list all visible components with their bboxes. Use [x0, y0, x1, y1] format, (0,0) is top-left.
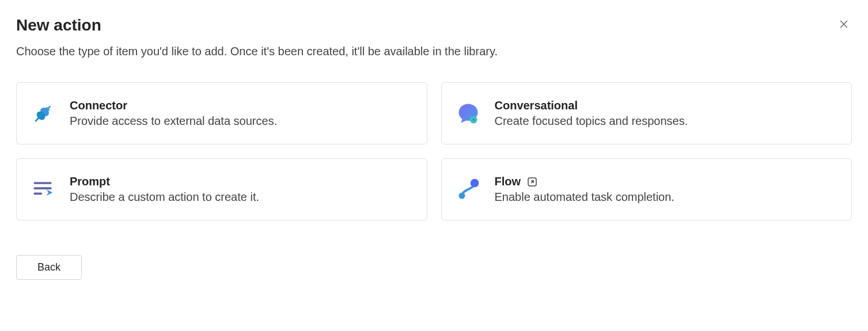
card-prompt-title: Prompt [70, 175, 259, 188]
card-prompt-desc: Describe a custom action to create it. [70, 191, 259, 204]
card-flow-title: Flow [495, 175, 521, 188]
page-subtitle: Choose the type of item you'd like to ad… [16, 45, 852, 58]
card-connector[interactable]: Connector Provide access to external dat… [16, 82, 427, 144]
card-prompt[interactable]: Prompt Describe a custom action to creat… [16, 158, 427, 220]
action-type-grid: Connector Provide access to external dat… [16, 82, 852, 220]
svg-point-12 [458, 193, 465, 199]
card-connector-desc: Provide access to external data sources. [70, 115, 277, 128]
svg-point-7 [472, 119, 475, 121]
card-conversational-desc: Create focused topics and responses. [495, 115, 688, 128]
card-conversational[interactable]: Conversational Create focused topics and… [441, 82, 852, 144]
conversational-icon [456, 101, 481, 126]
card-flow-desc: Enable automated task completion. [495, 191, 674, 204]
svg-rect-10 [34, 193, 43, 195]
card-flow[interactable]: Flow Enable automated task completion. [441, 158, 852, 220]
back-button[interactable]: Back [16, 255, 82, 280]
prompt-icon [31, 177, 56, 202]
card-connector-title: Connector [70, 99, 277, 112]
close-icon [838, 18, 850, 32]
flow-icon [456, 177, 481, 202]
svg-point-11 [470, 179, 479, 188]
close-button[interactable] [836, 16, 852, 34]
svg-rect-8 [34, 182, 52, 184]
svg-rect-9 [34, 187, 52, 189]
page-title: New action [16, 16, 101, 35]
connector-icon [31, 101, 56, 126]
external-link-icon [526, 176, 538, 188]
card-conversational-title: Conversational [495, 99, 688, 112]
